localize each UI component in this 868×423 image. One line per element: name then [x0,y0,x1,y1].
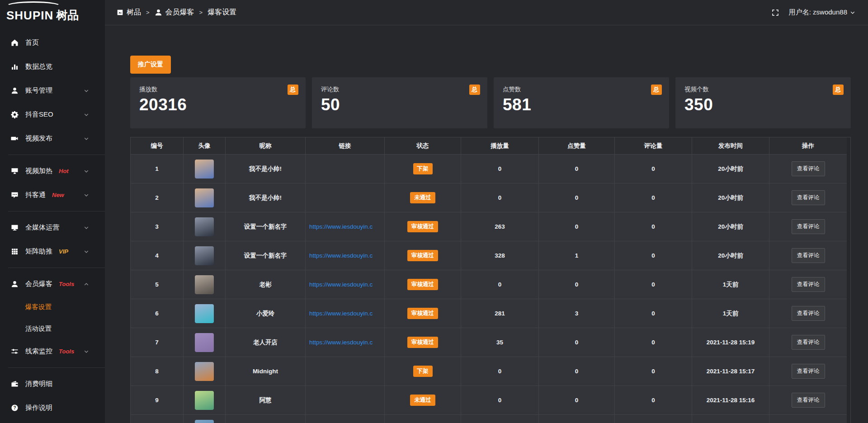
cell-plays: 0 [461,357,539,386]
sidebar-item[interactable]: 数据总览 [0,55,105,79]
status-badge: 审核通过 [407,279,438,290]
view-comments-button[interactable]: 查看评论 [792,277,825,292]
sidebar-item-tag: Tools [59,281,74,287]
sidebar-subitem[interactable]: 爆客设置 [0,296,105,318]
avatar [195,420,214,423]
video-link[interactable]: https://www.iesdouyin.c [309,281,373,288]
sidebar-item[interactable]: 抖客通New [0,183,105,207]
sidebar-item-tag: New [52,192,64,198]
sidebar-item[interactable]: 视频加热Hot [0,159,105,183]
sidebar-divider [8,155,105,155]
table-header-cell: 链接 [306,137,385,155]
view-comments-button[interactable]: 查看评论 [792,219,825,234]
cell-nickname: 老人开店 [226,328,306,357]
view-comments-button[interactable]: 查看评论 [792,306,825,321]
cell-nickname: 设置一个新名字 [226,241,306,270]
view-comments-button[interactable]: 查看评论 [792,364,825,379]
cell-link [306,155,385,183]
sidebar-subitem[interactable]: 活动设置 [0,318,105,339]
cell-nickname: 我不是小帅! [226,183,306,212]
cell-avatar [184,241,226,270]
cell-comments: 0 [615,357,692,386]
sidebar-item-label: 抖客通 [25,191,46,199]
cell-likes: 0 [539,183,615,212]
breadcrumb-item[interactable]: 树品 [117,8,141,17]
table-row: 4设置一个新名字https://www.iesdouyin.c审核通过32810… [131,241,850,270]
sidebar-item[interactable]: 账号管理 [0,79,105,103]
sidebar-divider [8,211,105,212]
view-comments-button[interactable]: 查看评论 [792,335,825,350]
table-header-cell: 播放量 [461,137,539,155]
cell-plays: 0 [461,155,539,183]
data-table: 编号头像昵称链接状态播放量点赞量评论量发布时间操作1我不是小帅!下架00020小… [130,137,851,423]
sidebar-item[interactable]: 抖音SEO [0,103,105,127]
view-comments-button[interactable]: 查看评论 [792,248,825,263]
total-badge: 总 [651,85,662,95]
cell-status: 下架 [385,155,461,183]
cell-status: 未通过 [385,183,461,212]
cell-time [692,415,769,423]
view-comments-button[interactable]: 查看评论 [792,190,825,205]
avatar [195,246,214,265]
cell-id: 5 [131,270,184,299]
logo-text-cn: 树品 [56,8,79,23]
sidebar-item[interactable]: ?操作说明 [0,396,105,420]
promo-settings-button[interactable]: 推广设置 [130,56,171,74]
chevron-down-icon [82,136,90,141]
sidebar-item[interactable]: 全媒体运营 [0,216,105,240]
video-link[interactable]: https://www.iesdouyin.c [309,310,373,317]
cell-id: 2 [131,183,184,212]
chevron-down-icon [82,88,90,94]
cell-likes: 1 [539,241,615,270]
cell-status [385,415,461,423]
video-link[interactable]: https://www.iesdouyin.c [309,223,373,230]
sidebar-item[interactable]: 消费明细 [0,372,105,396]
cell-time: 20小时前 [692,241,769,270]
content: 推广设置 播放数20316总评论数50总点赞数581总视频个数350总 编号头像… [105,25,868,423]
sidebar-item-tag: Tools [59,348,74,355]
stat-card: 点赞数581总 [494,77,669,128]
stat-value: 350 [684,95,842,114]
cell-id [131,415,184,423]
stat-value: 50 [321,95,478,114]
sidebar-item[interactable]: 首页 [0,31,105,55]
cell-link [306,183,385,212]
sidebar-item-label: 视频加热 [25,167,52,175]
breadcrumb-item[interactable]: 会员爆客 [155,8,194,17]
sidebar-divider [8,367,105,368]
chevron-down-icon [82,169,90,174]
sidebar-item[interactable]: 矩阵助推VIP [0,240,105,263]
view-comments-button[interactable]: 查看评论 [792,393,825,408]
monitor-icon [11,224,19,231]
fullscreen-icon[interactable] [772,9,779,16]
video-link[interactable]: https://www.iesdouyin.c [309,252,373,259]
cell-comments [615,415,692,423]
video-link[interactable]: https://www.iesdouyin.c [309,339,373,346]
table-header-cell: 操作 [769,137,847,155]
cell-nickname [226,415,306,423]
cell-nickname: 设置一个新名字 [226,212,306,241]
sidebar-item[interactable]: 视频发布 [0,127,105,150]
chat-icon [11,191,19,199]
user-icon [11,280,19,288]
avatar [195,391,214,410]
sidebar-item[interactable]: 会员爆客Tools [0,272,105,296]
cell-id: 1 [131,155,184,183]
app-icon [117,9,123,16]
view-comments-button[interactable]: 查看评论 [792,161,825,176]
video-icon [11,135,19,142]
user-menu[interactable]: 用户名: zswodun88 [789,8,855,17]
cell-nickname: 我不是小帅! [226,155,306,183]
avatar [195,333,214,352]
sidebar-item-label: 数据总览 [25,62,52,71]
cell-comments: 0 [615,386,692,415]
cell-time: 2021-11-28 15:17 [692,357,769,386]
sidebar-item[interactable]: 线索监控Tools [0,339,105,363]
cell-comments: 0 [615,299,692,328]
cell-action [769,415,847,423]
stat-label: 点赞数 [503,85,660,94]
cell-time: 1天前 [692,270,769,299]
sidebar-menu: 首页数据总览账号管理抖音SEO视频发布视频加热Hot抖客通New全媒体运营矩阵助… [0,31,105,420]
cell-avatar [184,299,226,328]
cell-likes: 0 [539,155,615,183]
